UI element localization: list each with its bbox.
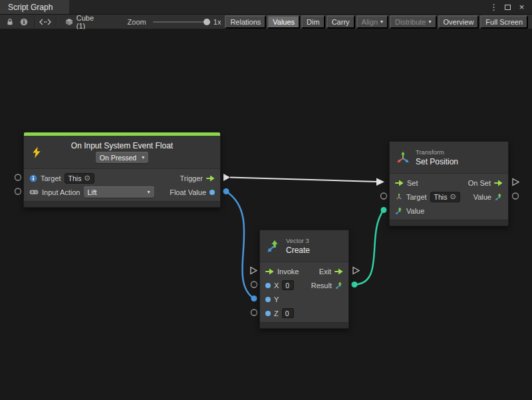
target-port-label: Target [406, 193, 427, 201]
z-value-input[interactable]: 0 [282, 308, 294, 318]
node-footer [260, 322, 348, 328]
set-port-label: Set [407, 179, 418, 187]
input-action-value: Lift [88, 188, 97, 196]
graph-target-selector[interactable]: Cube (1) [60, 14, 109, 30]
object-picker-icon: ⊙ [450, 193, 456, 200]
target-port-label: Target [41, 174, 61, 182]
tab-script-graph[interactable]: Script Graph [0, 0, 69, 14]
cube-icon [65, 18, 73, 26]
node-type-label: Transform [416, 148, 458, 156]
target-object-chip[interactable]: This ⊙ [430, 192, 460, 202]
zoom-label: Zoom [128, 18, 146, 26]
transform-icon [396, 151, 410, 164]
node-on-input-system-event-float[interactable]: On Input System Event Float On Pressed ▾… [23, 132, 221, 208]
maximize-glyph [505, 5, 511, 10]
distribute-label: Distribute [395, 18, 426, 26]
port-row-z: Z 0 [260, 306, 348, 320]
vector3-icon [267, 240, 280, 253]
float-port-dot[interactable] [209, 190, 215, 195]
port-row-target: Target This ⊙ Value [390, 190, 508, 204]
toolbar-buttons: Relations Values Dim Carry Align ▾ Distr… [225, 15, 529, 29]
zoom-slider-handle[interactable] [203, 19, 210, 25]
float-port-dot[interactable] [265, 311, 271, 316]
input-action-port-label: Input Action [42, 188, 80, 196]
carry-button[interactable]: Carry [327, 15, 355, 29]
graph-toolbar: Cube (1) Zoom 1x Relations Values Dim Ca… [0, 15, 532, 29]
lock-button[interactable] [3, 16, 17, 28]
x-value-input[interactable]: 0 [282, 280, 294, 290]
float-port-dot[interactable] [265, 283, 271, 288]
close-icon[interactable]: × [517, 1, 527, 13]
toolbar-separator [35, 17, 35, 27]
target-object-chip[interactable]: This ⊙ [65, 173, 94, 184]
toolbar-separator [56, 17, 57, 27]
values-button[interactable]: Values [267, 15, 300, 29]
chevron-down-icon: ▾ [142, 155, 144, 160]
dim-button[interactable]: Dim [301, 15, 325, 29]
zoom-value: 1x [213, 18, 221, 26]
node-header: Transform Set Position [390, 142, 508, 174]
info-button[interactable] [17, 16, 31, 28]
distribute-dropdown-button[interactable]: Distribute ▾ [390, 15, 436, 29]
z-value: 0 [285, 309, 289, 317]
window-controls: ⋮ × [489, 0, 532, 14]
port-row-x: X 0 Result [260, 278, 348, 292]
lock-icon [6, 18, 14, 26]
relations-button[interactable]: Relations [225, 15, 266, 29]
z-port-label: Z [274, 309, 279, 317]
control-arrow-icon[interactable] [206, 175, 215, 182]
node-title: Create [286, 246, 310, 255]
edit-source-button[interactable] [39, 16, 53, 28]
overview-button[interactable]: Overview [438, 15, 479, 29]
result-port-label: Result [311, 282, 332, 290]
value-in-port-label: Value [406, 207, 424, 215]
event-mode-dropdown[interactable]: On Pressed ▾ [96, 152, 148, 163]
node-header: On Input System Event Float On Pressed ▾ [24, 136, 220, 169]
angle-brackets-icon [39, 19, 51, 25]
transform-mini-icon [395, 193, 403, 201]
chevron-down-icon: ▾ [147, 190, 150, 195]
gameobject-icon [29, 174, 37, 182]
align-label: Align [362, 18, 378, 26]
tab-label: Script Graph [8, 3, 53, 12]
y-port-label: Y [274, 296, 279, 303]
lightning-bolt-icon [31, 146, 43, 158]
vector3-mini-icon[interactable] [495, 193, 503, 201]
control-arrow-icon[interactable] [395, 180, 404, 186]
zoom-slider[interactable] [153, 21, 209, 23]
window-titlebar: Script Graph ⋮ × [0, 0, 532, 15]
control-arrow-icon[interactable] [334, 268, 343, 275]
script-graph-window: Script Graph ⋮ × [0, 0, 532, 400]
invoke-port-label: Invoke [277, 268, 299, 276]
vector3-mini-icon[interactable] [395, 207, 403, 215]
maximize-icon[interactable] [503, 1, 513, 13]
gamepad-icon [29, 189, 39, 195]
node-body: Invoke Exit X 0 Result [260, 262, 348, 322]
node-body: Set On Set Target Thi [390, 174, 508, 220]
node-vector3-create[interactable]: Vector 3 Create Invoke Exit X 0 [259, 230, 349, 329]
chevron-down-icon: ▾ [429, 19, 432, 25]
input-action-dropdown[interactable]: Lift ▾ [84, 186, 154, 198]
target-object-value: This [434, 193, 448, 201]
float-port-dot[interactable] [265, 297, 271, 302]
chevron-down-icon: ▾ [380, 19, 383, 25]
full-screen-button[interactable]: Full Screen [480, 15, 528, 29]
node-title: Set Position [416, 157, 458, 166]
node-footer [24, 201, 220, 207]
control-arrow-icon[interactable] [265, 268, 274, 275]
control-arrow-icon[interactable] [494, 180, 503, 186]
node-transform-set-position[interactable]: Transform Set Position Set On Set [389, 141, 509, 226]
x-port-label: X [274, 282, 279, 290]
align-dropdown-button[interactable]: Align ▾ [356, 15, 388, 29]
vector3-mini-icon[interactable] [335, 282, 343, 290]
port-row-invoke: Invoke Exit [260, 264, 348, 278]
trigger-port-label: Trigger [180, 174, 203, 182]
node-title: On Input System Event Float [71, 141, 173, 150]
on-set-port-label: On Set [468, 179, 491, 187]
kebab-menu-icon[interactable]: ⋮ [489, 1, 499, 13]
node-footer [390, 220, 508, 226]
node-type-label: Vector 3 [286, 237, 310, 244]
float-value-port-label: Float Value [170, 188, 206, 196]
port-row-value: Value [390, 204, 508, 218]
info-icon [20, 18, 28, 26]
